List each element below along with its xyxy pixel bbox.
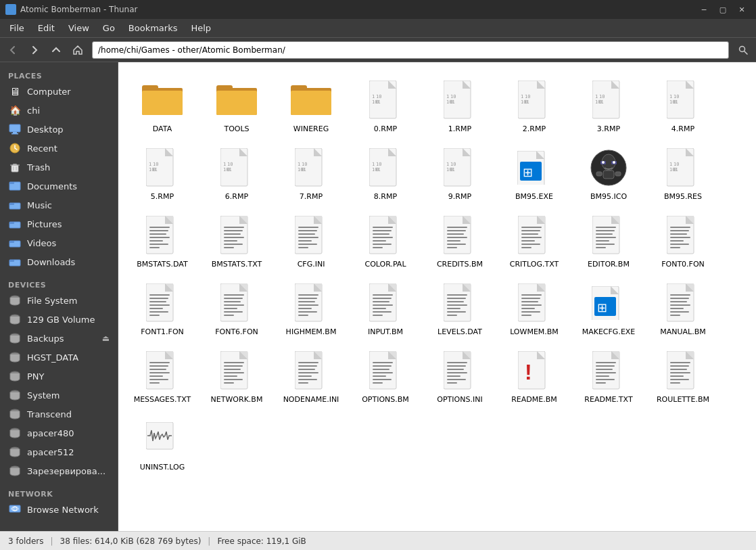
sidebar-item-videos[interactable]: Videos bbox=[0, 233, 118, 252]
menu-edit[interactable]: Edit bbox=[31, 20, 62, 36]
sidebar-item-music[interactable]: Music bbox=[0, 196, 118, 214]
svg-text:10: 10 bbox=[153, 162, 158, 167]
svg-rect-306 bbox=[298, 382, 308, 384]
sidebar-item-pny[interactable]: PNY bbox=[0, 367, 118, 386]
up-button[interactable] bbox=[46, 40, 66, 60]
file-item[interactable]: FONT0.FON bbox=[646, 204, 720, 272]
file-item[interactable]: OPTIONS.INI bbox=[423, 340, 497, 407]
file-item[interactable]: OPTIONS.BM bbox=[348, 340, 423, 407]
sidebar-item-documents[interactable]: Documents bbox=[0, 177, 118, 196]
file-item[interactable]: CFG.INI bbox=[274, 204, 348, 272]
file-item[interactable]: README.TXT bbox=[571, 340, 646, 407]
file-item[interactable]: TOOLS bbox=[199, 69, 274, 137]
file-item[interactable]: 1 10 101 0 8.RMP bbox=[348, 137, 423, 204]
file-name: FONT6.FON bbox=[215, 327, 258, 336]
svg-rect-40 bbox=[216, 91, 257, 115]
sidebar-item-filesystem[interactable]: File System bbox=[0, 291, 118, 310]
sidebar-item-apacer512[interactable]: apacer512 bbox=[0, 442, 118, 461]
file-item[interactable]: BM95.ICO bbox=[571, 137, 646, 204]
menu-file[interactable]: File bbox=[3, 20, 31, 36]
file-item[interactable]: ⊞ MAKECFG.EXE bbox=[571, 272, 646, 340]
file-item[interactable]: 1 10 101 0 7.RMP bbox=[274, 137, 348, 204]
music-icon bbox=[8, 198, 22, 212]
sidebar-item-trash[interactable]: Trash bbox=[0, 158, 118, 177]
sidebar-item-desktop[interactable]: Desktop bbox=[0, 120, 118, 139]
back-button[interactable] bbox=[3, 40, 23, 60]
sidebar-item-system[interactable]: System bbox=[0, 386, 118, 405]
file-item[interactable]: NETWORK.BM bbox=[199, 340, 274, 407]
file-item[interactable]: FONT1.FON bbox=[125, 272, 199, 340]
file-item[interactable]: UNINST.LOG bbox=[125, 407, 199, 475]
file-item[interactable]: BMSTATS.DAT bbox=[125, 204, 199, 272]
file-name: DATA bbox=[153, 124, 172, 133]
svg-rect-281 bbox=[149, 365, 168, 367]
sidebar-item-pictures[interactable]: Pictures bbox=[0, 214, 118, 233]
file-item[interactable]: LEVELS.DAT bbox=[423, 272, 497, 340]
sidebar-label-recent: Recent bbox=[27, 143, 57, 154]
sidebar-item-apacer480[interactable]: apacer480 bbox=[0, 423, 118, 442]
maximize-button[interactable]: ▢ bbox=[714, 1, 732, 18]
svg-rect-346 bbox=[670, 372, 690, 373]
file-item[interactable]: EDITOR.BM bbox=[571, 204, 646, 272]
file-item[interactable]: 1 10 101 0 2.RMP bbox=[497, 69, 571, 137]
svg-rect-311 bbox=[373, 365, 392, 367]
address-bar[interactable]: /home/chi/Games - other/Atomic Bomberman… bbox=[92, 41, 729, 59]
svg-rect-187 bbox=[596, 230, 615, 231]
file-item[interactable]: MESSAGES.TXT bbox=[125, 340, 199, 407]
file-item[interactable]: ! README.BM bbox=[497, 340, 571, 407]
svg-rect-349 bbox=[670, 382, 680, 384]
sidebar-item-129gb[interactable]: 129 GB Volume bbox=[0, 310, 118, 329]
minimize-button[interactable]: ─ bbox=[695, 1, 713, 18]
sidebar-item-transcend[interactable]: Transcend bbox=[0, 405, 118, 423]
menu-help[interactable]: Help bbox=[184, 20, 218, 36]
file-item[interactable]: DATA bbox=[125, 69, 199, 137]
menu-bookmarks[interactable]: Bookmarks bbox=[122, 20, 185, 36]
svg-rect-162 bbox=[373, 247, 383, 248]
sidebar-item-recent[interactable]: Recent bbox=[0, 139, 118, 158]
file-item[interactable]: NODENAME.INI bbox=[274, 340, 348, 407]
sidebar-item-backups[interactable]: Backups ⏏ bbox=[0, 329, 118, 348]
home-button[interactable] bbox=[68, 40, 88, 60]
forward-button[interactable] bbox=[24, 40, 45, 60]
file-item[interactable]: FONT6.FON bbox=[199, 272, 274, 340]
file-item[interactable]: WINEREG bbox=[274, 69, 348, 137]
sidebar-item-computer[interactable]: 🖥 Computer bbox=[0, 82, 118, 101]
file-item[interactable]: LOWMEM.BM bbox=[497, 272, 571, 340]
file-item[interactable]: 1 10 101 0 0.RMP bbox=[348, 69, 423, 137]
file-item[interactable]: 1 10 101 0 BM95.RES bbox=[646, 137, 720, 204]
eject-icon[interactable]: ⏏ bbox=[102, 334, 110, 343]
file-item[interactable]: 1 10 101 0 1.RMP bbox=[423, 69, 497, 137]
folder-icon bbox=[215, 78, 258, 122]
menu-view[interactable]: View bbox=[62, 20, 96, 36]
svg-rect-339 bbox=[596, 382, 606, 384]
sidebar-item-downloads[interactable]: Downloads bbox=[0, 252, 118, 271]
file-item[interactable]: HIGHMEM.BM bbox=[274, 272, 348, 340]
menu-go[interactable]: Go bbox=[96, 20, 122, 36]
file-item[interactable]: 1 10 101 0 3.RMP bbox=[571, 69, 646, 137]
search-button[interactable] bbox=[733, 40, 753, 60]
file-item[interactable]: ROULETTE.BM bbox=[646, 340, 720, 407]
file-item[interactable]: ⊞ BM95.EXE bbox=[497, 137, 571, 204]
svg-text:0: 0 bbox=[450, 167, 453, 173]
file-item[interactable]: 1 10 101 0 6.RMP bbox=[199, 137, 274, 204]
exe-icon: ⊞ bbox=[513, 146, 556, 189]
file-item[interactable]: BMSTATS.TXT bbox=[199, 204, 274, 272]
sidebar-item-chi[interactable]: 🏠 chi bbox=[0, 101, 118, 120]
file-item[interactable]: INPUT.BM bbox=[348, 272, 423, 340]
close-button[interactable]: ✕ bbox=[733, 1, 751, 18]
svg-rect-320 bbox=[447, 362, 467, 363]
file-item[interactable]: CRITLOG.TXT bbox=[497, 204, 571, 272]
sidebar-item-browse-network[interactable]: Browse Network bbox=[0, 500, 118, 519]
file-item[interactable]: 1 10 101 0 9.RMP bbox=[423, 137, 497, 204]
svg-rect-258 bbox=[521, 301, 538, 302]
svg-line-1 bbox=[745, 51, 748, 54]
window-controls: ─ ▢ ✕ bbox=[695, 1, 751, 18]
file-name: COLOR.PAL bbox=[364, 260, 406, 269]
file-item[interactable]: COLOR.PAL bbox=[348, 204, 423, 272]
file-item[interactable]: 1 10 101 0 4.RMP bbox=[646, 69, 720, 137]
file-item[interactable]: MANUAL.BM bbox=[646, 272, 720, 340]
sidebar-item-reserved[interactable]: Зарезервирова... bbox=[0, 461, 118, 480]
file-item[interactable]: 1 10 101 0 5.RMP bbox=[125, 137, 199, 204]
sidebar-item-hgst[interactable]: HGST_DATA bbox=[0, 348, 118, 367]
file-item[interactable]: CREDITS.BM bbox=[423, 204, 497, 272]
